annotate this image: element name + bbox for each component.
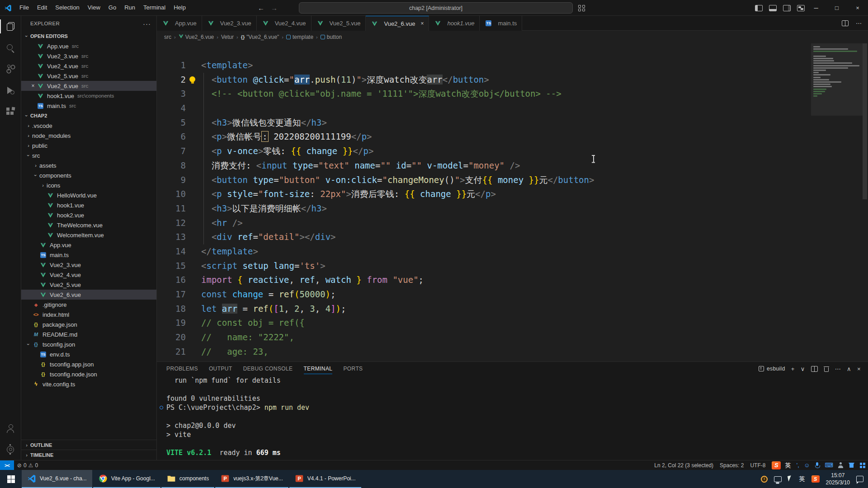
- cursor-position-status[interactable]: Ln 2, Col 22 (3 selected): [651, 460, 717, 470]
- tree-file-item[interactable]: MREADME.md: [21, 329, 156, 339]
- code-line[interactable]: 3 <!-- <button @click="obj.name = '1111'…: [157, 87, 868, 101]
- tree-file-item[interactable]: ϟvite.config.ts: [21, 379, 156, 389]
- ime-mic-icon[interactable]: [815, 462, 819, 468]
- open-editor-item[interactable]: Vue2_3.vuesrc: [21, 51, 156, 61]
- code-line[interactable]: 15<script setup lang='ts'>: [157, 259, 868, 273]
- maximize-button[interactable]: □: [826, 0, 847, 15]
- taskbar-clock[interactable]: 15:07 2025/3/10: [826, 472, 850, 486]
- activity-run-debug-icon[interactable]: [0, 80, 21, 101]
- terminal-process-item[interactable]: esbuild: [759, 366, 785, 372]
- open-editor-item[interactable]: TSmain.tssrc: [21, 101, 156, 111]
- tree-file-item[interactable]: hook1.vue: [21, 200, 156, 210]
- panel-tab-output[interactable]: OUTPUT: [209, 362, 232, 375]
- breadcrumb-item[interactable]: {}"Vue2_6.vue": [241, 34, 279, 40]
- open-editor-item[interactable]: Vue2_5.vuesrc: [21, 71, 156, 81]
- outline-header[interactable]: › OUTLINE: [21, 440, 156, 450]
- code-line[interactable]: 18let arr = ref([1, 2, 3, 4]);: [157, 302, 868, 316]
- tree-folder-item[interactable]: ›assets: [21, 160, 156, 170]
- toggle-secondary-sidebar-icon[interactable]: [783, 5, 791, 11]
- tree-file-item[interactable]: {}tsconfig.app.json: [21, 359, 156, 369]
- code-line[interactable]: 14</template>: [157, 244, 868, 259]
- code-line[interactable]: 1<template>: [157, 58, 868, 73]
- project-header[interactable]: › CHAP2: [21, 111, 156, 121]
- code-line[interactable]: 20// name: "2222",: [157, 330, 868, 345]
- tree-folder-item[interactable]: ›src: [21, 150, 156, 160]
- breadcrumb-item[interactable]: src: [164, 34, 171, 40]
- tree-file-item[interactable]: hook2.vue: [21, 210, 156, 220]
- tree-file-item[interactable]: Vue2_4.vue: [21, 270, 156, 280]
- tree-file-item[interactable]: Vue2_5.vue: [21, 280, 156, 290]
- code-line[interactable]: 6 <p>微信帐号: 202208200111199</p>: [157, 130, 868, 144]
- editor-tab-App.vue[interactable]: App.vue: [157, 16, 202, 31]
- menu-edit[interactable]: Edit: [33, 2, 51, 13]
- close-icon[interactable]: ×: [29, 83, 37, 89]
- tree-folder-item[interactable]: ›{}tsconfig.json: [21, 339, 156, 349]
- split-terminal-icon[interactable]: [811, 366, 818, 372]
- panel-tab-problems[interactable]: PROBLEMS: [166, 362, 198, 375]
- editor-more-actions-icon[interactable]: ⋯: [856, 20, 862, 27]
- ime-toolbox-icon[interactable]: [860, 463, 865, 468]
- activity-search-icon[interactable]: [0, 37, 21, 58]
- action-center-icon[interactable]: [856, 476, 863, 482]
- command-decoration-icon[interactable]: [160, 406, 163, 409]
- code-line[interactable]: 8 消费支付: <input type="text" name="" id=""…: [157, 159, 868, 173]
- minimap[interactable]: [812, 43, 862, 361]
- problems-status[interactable]: ⊘ 0 ⚠ 0: [14, 460, 41, 470]
- lightbulb-icon[interactable]: [189, 76, 195, 82]
- open-editor-item[interactable]: ×Vue2_6.vuesrc: [21, 81, 156, 91]
- menu-help[interactable]: Help: [170, 2, 190, 13]
- indentation-status[interactable]: Spaces: 2: [717, 460, 747, 470]
- explorer-more-icon[interactable]: ···: [143, 20, 151, 28]
- code-line[interactable]: 9 <button type="button" v-on:click="chan…: [157, 173, 868, 188]
- remote-indicator[interactable]: ><: [0, 460, 14, 470]
- toggle-panel-icon[interactable]: [769, 5, 777, 11]
- accounts-icon[interactable]: [0, 418, 21, 439]
- tree-file-item[interactable]: TSenv.d.ts: [21, 349, 156, 359]
- open-editor-item[interactable]: Vue2_4.vuesrc: [21, 61, 156, 71]
- open-editor-item[interactable]: hook1.vuesrc\components: [21, 91, 156, 101]
- tree-folder-item[interactable]: ›components: [21, 170, 156, 180]
- tree-folder-item[interactable]: ›public: [21, 141, 156, 150]
- kill-terminal-icon[interactable]: [824, 366, 829, 372]
- code-editor[interactable]: 1<template>2 <button @click="arr.push(11…: [157, 43, 868, 361]
- tab-close-icon[interactable]: ×: [420, 20, 424, 27]
- menu-selection[interactable]: Selection: [51, 2, 83, 13]
- open-editors-header[interactable]: › OPEN EDITORS: [21, 31, 156, 41]
- editor-tab-Vue2_5.vue[interactable]: Vue2_5.vue: [311, 16, 366, 31]
- command-center[interactable]: chap2 [Administrator]: [299, 2, 573, 14]
- code-line[interactable]: 10 <p style="font-size: 22px">消费后零钱: {{ …: [157, 187, 868, 202]
- start-button[interactable]: [0, 470, 22, 488]
- menu-file[interactable]: File: [15, 2, 33, 13]
- ime-account-icon[interactable]: [838, 462, 843, 468]
- ime-keyboard-icon[interactable]: ⌨: [823, 462, 835, 469]
- activity-source-control-icon[interactable]: [0, 58, 21, 80]
- encoding-status[interactable]: UTF-8: [747, 460, 769, 470]
- panel-tab-terminal[interactable]: TERMINAL: [304, 362, 333, 375]
- breadcrumb-item[interactable]: Vue2_6.vue: [179, 34, 214, 40]
- code-line[interactable]: 2 <button @click="arr.push(11)">深度watch改…: [157, 73, 868, 87]
- timeline-header[interactable]: › TIMELINE: [21, 450, 156, 460]
- terminal-dropdown-icon[interactable]: ∨: [801, 366, 805, 372]
- breadcrumb-item[interactable]: button: [321, 34, 342, 40]
- tree-folder-item[interactable]: ›.vscode: [21, 121, 156, 131]
- menu-go[interactable]: Go: [104, 2, 120, 13]
- network-display-tray-icon[interactable]: [774, 476, 782, 482]
- editor-tab-main.ts[interactable]: TSmain.ts: [480, 16, 522, 31]
- editor-scrollbar[interactable]: [862, 43, 868, 361]
- taskbar-item-chrome[interactable]: Vite App - Googl...: [93, 470, 160, 488]
- tree-file-item[interactable]: <>index.html: [21, 310, 156, 319]
- ime-skin-icon[interactable]: [849, 463, 854, 468]
- breadcrumb-item[interactable]: template: [286, 34, 313, 40]
- menu-view[interactable]: View: [84, 2, 104, 13]
- tree-file-item[interactable]: {}package.json: [21, 319, 156, 329]
- breadcrumb-item[interactable]: Vetur: [221, 34, 234, 40]
- code-line[interactable]: 13 <div ref="detail"></div>: [157, 230, 868, 244]
- code-line[interactable]: 11 <h3>以下是消费明细帐</h3>: [157, 202, 868, 216]
- sogou-tray-icon[interactable]: S: [811, 475, 820, 483]
- ime-tray-indicator[interactable]: 英: [799, 475, 805, 483]
- code-line[interactable]: 17const change = ref(50000);: [157, 287, 868, 302]
- tree-file-item[interactable]: TheWelcome.vue: [21, 220, 156, 230]
- split-editor-icon[interactable]: [842, 20, 849, 26]
- tree-file-item[interactable]: ◆.gitignore: [21, 300, 156, 310]
- editor-tab-Vue2_3.vue[interactable]: Vue2_3.vue: [202, 16, 257, 31]
